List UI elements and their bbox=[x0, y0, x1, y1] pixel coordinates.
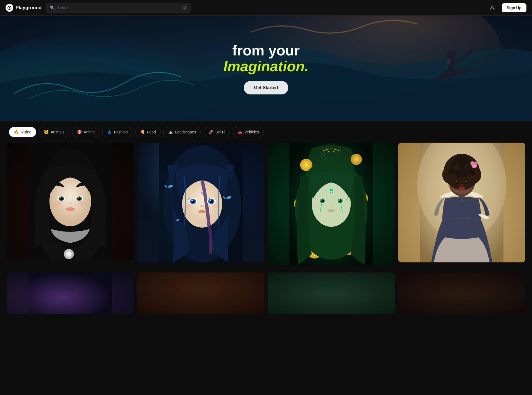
svg-point-2 bbox=[491, 6, 493, 8]
filter-bar: 🔥Rising🐱Animals🎯Anime👗Fashion🍕Food⛰️Land… bbox=[0, 121, 532, 143]
hero-title-imagination: Imagination. bbox=[223, 58, 309, 74]
filter-icon-landscapes: ⛰️ bbox=[168, 130, 173, 135]
svg-point-90 bbox=[458, 160, 465, 167]
filter-icon-anime: 🎯 bbox=[77, 130, 82, 135]
gallery-card[interactable] bbox=[7, 272, 134, 314]
filter-btn-sci-fi[interactable]: 🚀Sci-Fi bbox=[204, 127, 230, 137]
signup-button[interactable]: Sign Up bbox=[502, 3, 526, 12]
svg-point-69 bbox=[330, 189, 333, 191]
svg-point-92 bbox=[470, 170, 475, 175]
search-icon: 🔍 bbox=[50, 5, 55, 10]
filter-btn-fashion[interactable]: 👗Fashion bbox=[102, 127, 132, 137]
hero-section: from your Imagination. Get Started bbox=[0, 16, 532, 121]
gallery-card[interactable] bbox=[398, 143, 525, 262]
svg-point-88 bbox=[453, 164, 460, 171]
nav-logo[interactable]: Playground bbox=[6, 4, 42, 12]
filter-btn-landscapes[interactable]: ⛰️Landscapes bbox=[163, 127, 201, 137]
gallery-card[interactable] bbox=[137, 272, 264, 314]
svg-point-89 bbox=[464, 164, 471, 170]
svg-point-22 bbox=[66, 207, 75, 211]
hero-title: from your Imagination. bbox=[223, 43, 309, 74]
filter-icon-rising: 🔥 bbox=[14, 130, 19, 135]
svg-point-27 bbox=[68, 253, 70, 255]
svg-point-39 bbox=[191, 200, 193, 201]
filter-label-landscapes: Landscapes bbox=[175, 130, 196, 134]
logo-icon bbox=[6, 4, 13, 12]
svg-point-91 bbox=[449, 169, 454, 175]
filter-icon-fashion: 👗 bbox=[107, 130, 112, 135]
svg-point-104 bbox=[448, 185, 450, 187]
svg-point-51 bbox=[305, 163, 308, 167]
search-input[interactable] bbox=[57, 6, 180, 10]
svg-point-100 bbox=[455, 181, 459, 184]
filter-btn-anime[interactable]: 🎯Anime bbox=[72, 127, 100, 137]
svg-rect-108 bbox=[29, 272, 112, 314]
filter-label-vehicles: Vehicles bbox=[244, 130, 259, 134]
gallery-card[interactable] bbox=[7, 143, 134, 260]
svg-point-101 bbox=[465, 181, 469, 184]
svg-point-1 bbox=[9, 7, 10, 8]
filter-label-food: Food bbox=[147, 130, 156, 134]
get-started-button[interactable]: Get Started bbox=[244, 81, 288, 94]
filter-label-fashion: Fashion bbox=[114, 130, 128, 134]
svg-point-102 bbox=[456, 181, 457, 182]
filter-label-anime: Anime bbox=[84, 130, 95, 134]
svg-point-77 bbox=[339, 199, 340, 201]
svg-point-18 bbox=[60, 197, 63, 200]
svg-point-19 bbox=[78, 197, 81, 200]
svg-point-41 bbox=[201, 192, 204, 194]
svg-point-23 bbox=[53, 201, 62, 206]
filter-label-animals: Animals bbox=[51, 130, 65, 134]
svg-point-54 bbox=[355, 158, 358, 161]
svg-point-76 bbox=[321, 199, 322, 201]
filter-btn-food[interactable]: 🍕Food bbox=[135, 127, 161, 137]
gallery bbox=[0, 143, 532, 272]
gallery-card[interactable] bbox=[268, 272, 395, 314]
filter-icon-animals: 🐱 bbox=[44, 130, 49, 135]
svg-point-44 bbox=[212, 204, 221, 208]
svg-point-40 bbox=[210, 200, 211, 201]
svg-point-42 bbox=[198, 210, 206, 213]
svg-point-106 bbox=[459, 187, 465, 190]
svg-point-103 bbox=[466, 181, 467, 182]
user-icon[interactable] bbox=[487, 3, 497, 13]
svg-point-24 bbox=[78, 201, 87, 206]
filter-label-sci-fi: Sci-Fi bbox=[215, 130, 225, 134]
hero-title-prefix: from your bbox=[232, 42, 300, 58]
filter-btn-rising[interactable]: 🔥Rising bbox=[9, 127, 36, 137]
filter-label-rising: Rising bbox=[21, 130, 31, 134]
filter-btn-animals[interactable]: 🐱Animals bbox=[39, 127, 69, 137]
search-shortcut: / bbox=[183, 6, 187, 10]
gallery-second-row bbox=[0, 272, 532, 324]
svg-point-20 bbox=[60, 197, 61, 198]
hero-content: from your Imagination. Get Started bbox=[0, 16, 532, 121]
filter-btn-vehicles[interactable]: 🚗Vehicles bbox=[233, 127, 263, 137]
navbar: Playground 🔍 / Sign Up bbox=[0, 0, 532, 16]
gallery-card[interactable] bbox=[268, 143, 395, 265]
svg-point-96 bbox=[474, 162, 478, 165]
filter-icon-vehicles: 🚗 bbox=[237, 130, 243, 135]
svg-point-21 bbox=[78, 197, 79, 198]
gallery-card[interactable] bbox=[398, 272, 525, 314]
svg-point-43 bbox=[184, 204, 193, 208]
svg-point-78 bbox=[328, 209, 335, 212]
filter-icon-food: 🍕 bbox=[140, 130, 145, 135]
svg-point-105 bbox=[460, 184, 464, 187]
svg-point-97 bbox=[471, 161, 474, 165]
search-bar[interactable]: 🔍 / bbox=[46, 3, 191, 13]
gallery-card[interactable] bbox=[137, 143, 264, 262]
logo-text: Playground bbox=[16, 5, 42, 11]
filter-icon-sci-fi: 🚀 bbox=[208, 130, 214, 135]
